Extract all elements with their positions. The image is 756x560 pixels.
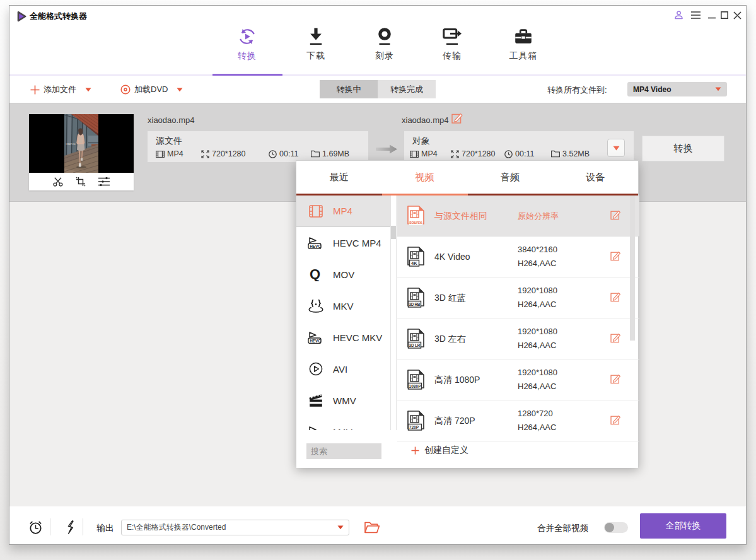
minimize-icon (708, 11, 716, 19)
format-item-wmv[interactable]: WMV (296, 385, 396, 416)
maximize-button[interactable] (718, 8, 731, 22)
target-resolution: 720*1280 (451, 149, 504, 158)
target-format-dropdown-button[interactable] (607, 139, 625, 157)
output-format-select[interactable]: MP4 Video (627, 82, 727, 96)
preset-row-1080p[interactable]: 1080P 高清 1080P 1920*1080 H264,AAC (397, 359, 639, 400)
preset-list-scrollbar-thumb[interactable] (630, 195, 635, 341)
plus-icon (411, 446, 419, 455)
preset-720p-icon: 720P (407, 411, 425, 435)
edit-icon (610, 210, 621, 220)
preset-edit-button[interactable] (610, 210, 621, 223)
schedule-button[interactable] (28, 520, 43, 537)
load-dvd-label: 加载DVD (134, 84, 168, 95)
format-item-hevc-mp4[interactable]: HEVC HEVC MP4 (296, 227, 396, 259)
create-custom-button[interactable]: 创建自定义 (411, 445, 468, 456)
target-file-name: xiaodao.mp4 (402, 115, 448, 125)
nav-tab-burn[interactable]: 刻录 (356, 26, 413, 62)
format-label: MP4 (333, 206, 352, 216)
account-button[interactable] (672, 8, 685, 22)
close-button[interactable] (730, 8, 744, 22)
user-icon (674, 10, 683, 20)
mkv-format-icon (308, 299, 324, 313)
app-logo-icon (16, 11, 27, 25)
load-dvd-button[interactable]: 加载DVD (120, 76, 183, 103)
convert-status-tabs: 转换中 转换完成 (320, 80, 436, 98)
preset-row-720p[interactable]: 720P 高清 720P 1280*720 H264,AAC (397, 400, 639, 441)
nav-tab-toolbox[interactable]: 工具箱 (495, 26, 552, 62)
preset-row-4k[interactable]: 4K 4K Video 3840*2160 H264,AAC (397, 236, 639, 277)
format-item-m4v[interactable]: M4V (296, 416, 396, 430)
convert-button[interactable]: 转换 (642, 136, 724, 161)
preset-resolution: 1280*720 (518, 409, 553, 418)
popup-tab-video[interactable]: 视频 (382, 161, 468, 194)
nav-tab-download[interactable]: 下载 (288, 26, 344, 62)
popup-tab-audio[interactable]: 音频 (467, 161, 553, 194)
edit-icon (610, 415, 621, 425)
preset-resolution: 1920*1080 (518, 286, 557, 295)
nav-tab-label: 下载 (288, 50, 344, 62)
svg-text:HEVC: HEVC (310, 339, 321, 343)
nav-tab-transfer[interactable]: 传输 (424, 26, 480, 62)
menu-button[interactable] (689, 8, 702, 22)
performance-button[interactable] (66, 520, 74, 537)
target-size: 3.52MB (551, 149, 590, 158)
minimize-button[interactable] (705, 8, 719, 22)
convert-arrow-icon (376, 144, 397, 157)
merge-videos-toggle[interactable] (604, 522, 628, 533)
tab-finished[interactable]: 转换完成 (378, 80, 436, 98)
nav-tab-label: 传输 (424, 50, 480, 62)
crop-button[interactable] (76, 177, 86, 187)
add-file-label: 添加文件 (44, 84, 76, 95)
source-format: MP4 (156, 149, 201, 158)
download-icon (288, 26, 344, 46)
divider (50, 518, 50, 535)
nav-active-underline (212, 74, 282, 76)
preset-edit-button[interactable] (610, 333, 621, 346)
preset-edit-button[interactable] (610, 374, 621, 387)
nav-underline-track (9, 74, 746, 76)
preset-edit-button[interactable] (610, 251, 621, 264)
nav-tab-convert[interactable]: 转换 (219, 26, 276, 62)
preset-row-source[interactable]: source 与源文件相同 原始分辨率 (397, 195, 639, 236)
open-folder-button[interactable] (364, 522, 380, 536)
convert-all-button[interactable]: 全部转换 (640, 513, 726, 539)
format-item-mkv[interactable]: MKV (296, 290, 396, 322)
format-label: HEVC MKV (333, 332, 382, 343)
format-item-mp4[interactable]: MP4 (296, 195, 396, 227)
popup-tab-recent[interactable]: 最近 (296, 161, 382, 194)
preset-row-3d-lr[interactable]: 3D LR 3D 左右 1920*1080 H264,AAC (397, 318, 639, 359)
dvd-icon (120, 85, 131, 95)
format-list-scrollbar-thumb[interactable] (391, 226, 396, 239)
effects-button[interactable] (98, 177, 110, 187)
mov-format-icon: Q (308, 267, 324, 281)
lightning-icon (66, 520, 74, 534)
format-item-hevc-mkv[interactable]: HEVC HEVC MKV (296, 322, 396, 353)
preset-3d-lr-icon: 3D LR (407, 329, 425, 353)
target-panel-title: 对象 (412, 136, 430, 147)
format-item-mov[interactable]: Q MOV (296, 259, 396, 290)
popup-tab-device[interactable]: 设备 (553, 161, 639, 194)
merge-videos-label: 合并全部视频 (537, 523, 588, 534)
nav-tab-label: 工具箱 (495, 50, 552, 62)
preset-edit-button[interactable] (610, 292, 621, 305)
tab-converting[interactable]: 转换中 (320, 80, 378, 98)
format-search-input[interactable] (306, 443, 381, 459)
convert-all-to-label: 转换所有文件到: (547, 85, 607, 96)
crop-icon (76, 177, 86, 187)
rename-button[interactable] (451, 113, 463, 126)
format-label: M4V (333, 427, 352, 431)
format-list: MP4 HEVC HEVC MP4 Q MOV (296, 195, 397, 430)
cut-button[interactable] (53, 177, 64, 187)
caret-down-icon (715, 87, 721, 91)
output-path-input[interactable] (122, 523, 337, 532)
preset-resolution: 1920*1080 (518, 368, 557, 377)
caret-down-icon[interactable] (337, 525, 344, 530)
edit-icon (451, 113, 463, 124)
preset-row-3d-rb[interactable]: 3D RB 3D 红蓝 1920*1080 H264,AAC (397, 277, 639, 318)
clock-icon (269, 150, 277, 158)
preset-edit-button[interactable] (610, 415, 621, 428)
format-item-avi[interactable]: AVI (296, 353, 396, 385)
plus-icon (30, 85, 40, 95)
add-file-button[interactable]: 添加文件 (30, 76, 91, 103)
mp4-format-icon (308, 205, 324, 218)
